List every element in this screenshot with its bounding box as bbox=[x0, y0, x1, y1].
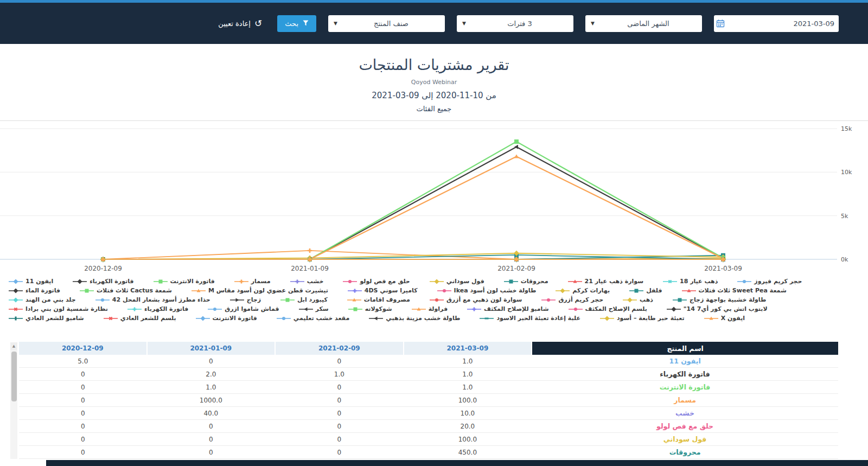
legend-marker-icon bbox=[192, 288, 206, 294]
table-header-date[interactable]: 2021-02-09 bbox=[275, 342, 404, 355]
legend-marker-icon bbox=[467, 306, 481, 312]
table-header-date[interactable]: 2021-01-09 bbox=[147, 342, 276, 355]
legend-item-label: سوارة ذهب عيار 21 bbox=[585, 278, 644, 285]
table-cell-product-name[interactable]: مسمار bbox=[532, 394, 838, 407]
table-cell-product-name[interactable]: ايفون 11 bbox=[532, 355, 838, 368]
legend-marker-icon bbox=[290, 278, 304, 285]
legend-item[interactable]: لابتوب اتش بي كور أي7 14" bbox=[667, 305, 768, 312]
legend-item[interactable]: خشب bbox=[290, 278, 324, 285]
legend-item[interactable]: محروقات bbox=[504, 278, 548, 285]
date-input[interactable]: 2021-03-09 bbox=[714, 15, 839, 32]
legend-marker-icon bbox=[343, 278, 357, 285]
legend-item[interactable]: حجر كريم أزرق bbox=[541, 296, 603, 303]
legend-item-label: فاتورة الكهرباء bbox=[144, 305, 188, 312]
reset-button[interactable]: ↺ إعادة تعيين bbox=[215, 18, 265, 29]
legend-item[interactable]: ايفون X bbox=[704, 315, 745, 322]
table-cell-product-name[interactable]: فاتورة الانترنت bbox=[532, 381, 838, 394]
table-header-date[interactable]: 2020-12-09 bbox=[19, 342, 147, 355]
legend-item[interactable]: فلفل bbox=[629, 287, 662, 294]
legend-item[interactable]: بلسم للشعر العادي bbox=[104, 315, 176, 322]
legend-item[interactable]: شمعة Sweet Pea ثلاث فتلات bbox=[682, 287, 787, 294]
legend-item-label: فاتورة الماء bbox=[25, 287, 60, 294]
table-cell-value: 0 bbox=[19, 433, 147, 446]
legend-item[interactable]: بهارات كركم bbox=[556, 287, 610, 294]
legend-item-label: ذهب عيار 18 bbox=[680, 278, 718, 285]
table-cell-value: 1.0 bbox=[404, 355, 532, 368]
legend-item[interactable]: ايفون 11 bbox=[9, 278, 53, 285]
legend-item[interactable]: تعبئة حبر طابعة – أسود bbox=[600, 315, 685, 322]
table-cell-product-name[interactable]: محروقات bbox=[532, 446, 838, 459]
table-cell-product-name[interactable]: حلق مع فص لولو bbox=[532, 420, 838, 433]
table-cell-value: 0 bbox=[147, 355, 276, 368]
legend-item[interactable]: فراولة bbox=[412, 305, 448, 312]
table-cell-product-name[interactable]: خشب bbox=[532, 407, 838, 420]
legend-marker-icon bbox=[154, 278, 168, 285]
legend-item[interactable]: حلق مع فص لولو bbox=[343, 278, 410, 285]
legend-item[interactable]: فول سوداني bbox=[430, 278, 484, 285]
legend-item[interactable]: سوارة لون ذهبي مع أزرق bbox=[430, 296, 522, 303]
legend-item[interactable]: فاتورة الكهرباء bbox=[127, 305, 188, 312]
table-cell-value: 450.0 bbox=[404, 446, 532, 459]
table-row: 00020.0حلق مع فص لولو bbox=[19, 420, 838, 433]
table-cell-value: 10.0 bbox=[404, 407, 532, 420]
legend-item[interactable]: تيشيرت قطن عضوي لون أسود مقاس M bbox=[192, 287, 328, 294]
legend-item[interactable]: ذهب bbox=[623, 296, 653, 303]
legend-item[interactable]: مسمار bbox=[234, 278, 271, 285]
legend-item-label: فاتورة الانترنت bbox=[213, 315, 257, 322]
legend-marker-icon bbox=[663, 278, 677, 285]
legend-item[interactable]: طاولة خشب مزينة بذهبي bbox=[369, 315, 460, 322]
line-chart: 0k5k10k15k2020-12-092021-01-092021-02-09… bbox=[0, 120, 868, 275]
legend-item[interactable]: شمعة Cactus ثلاث فتلات bbox=[80, 287, 172, 294]
legend-item[interactable]: شامبو للإصلاح المكثف bbox=[467, 305, 548, 312]
date-value[interactable]: 2021-03-09 bbox=[730, 20, 839, 28]
table-cell-value: 100.0 bbox=[404, 433, 532, 446]
legend-marker-icon bbox=[208, 306, 222, 312]
footer-bar bbox=[46, 460, 868, 466]
legend-item[interactable]: بلسم الإصلاح المكثف bbox=[569, 305, 647, 312]
legend-item-label: ايفون X bbox=[721, 315, 745, 322]
table-cell-product-name[interactable]: فاتورة الكهرباء bbox=[532, 368, 838, 381]
legend-item[interactable]: نظارة شمسية لون بني برادا bbox=[9, 305, 108, 312]
table-cell-product-name[interactable]: فول سوداني bbox=[532, 433, 838, 446]
legend-item[interactable]: مصروف اقامات bbox=[347, 296, 410, 303]
legend-item[interactable]: كيبورد ابل bbox=[280, 296, 328, 303]
legend-marker-icon bbox=[480, 315, 494, 322]
legend-item[interactable]: ذهب عيار 18 bbox=[663, 278, 718, 285]
legend-marker-icon bbox=[629, 288, 643, 294]
legend-item[interactable]: زجاج bbox=[230, 296, 261, 303]
search-button[interactable]: بحث bbox=[277, 15, 316, 32]
scrollbar-thumb[interactable] bbox=[11, 352, 17, 401]
legend-item[interactable]: شامبو للشعر العادي bbox=[9, 315, 84, 322]
legend-item[interactable]: سوارة ذهب عيار 21 bbox=[568, 278, 644, 285]
table-header-date[interactable]: 2021-03-09 bbox=[404, 342, 532, 355]
legend-item[interactable]: شوكولاته bbox=[348, 305, 392, 312]
legend-marker-icon bbox=[9, 297, 23, 303]
periods-dropdown[interactable]: 3 فترات ▼ bbox=[457, 15, 573, 32]
legend-item[interactable]: فاتورة الماء bbox=[9, 287, 60, 294]
table-cell-value: 0 bbox=[19, 394, 147, 407]
legend-item[interactable]: فاتورة الانترنت bbox=[196, 315, 257, 322]
legend-item[interactable]: علبة إعادة تعبئة الحبر الاسود bbox=[480, 315, 580, 322]
legend-item-label: طاولة خشب لون أسود Ikea bbox=[454, 287, 537, 294]
table-cell-value: 0 bbox=[275, 394, 404, 407]
legend-item[interactable]: حذاء مطرز أسود بشعار المحل 42 bbox=[95, 296, 210, 303]
legend-item[interactable]: طاولة خشب لون أسود Ikea bbox=[437, 287, 537, 294]
legend-item[interactable]: قماش شاموا ازرق bbox=[208, 305, 279, 312]
last-month-dropdown[interactable]: الشهر الماضى ▼ bbox=[585, 15, 702, 32]
legend-item[interactable]: مقعد خشب تعليمي bbox=[277, 315, 350, 322]
legend-item[interactable]: طاولة خشبية بواجهة زجاج bbox=[673, 296, 766, 303]
legend-item-label: كاميرا سوني 4DS bbox=[365, 287, 418, 294]
legend-item-label: لابتوب اتش بي كور أي7 14" bbox=[684, 305, 768, 312]
scroll-up-icon[interactable]: ▲ bbox=[10, 342, 17, 350]
legend-item[interactable]: جلد بني من الهند bbox=[9, 296, 76, 303]
product-category-dropdown[interactable]: صنف المنتج ▼ bbox=[328, 15, 445, 32]
table-header-product-name[interactable]: اسم المنتج bbox=[532, 342, 838, 355]
table-cell-value: 20.0 bbox=[404, 420, 532, 433]
legend-item[interactable]: فاتورة الكهرباء bbox=[73, 278, 133, 285]
calendar-icon[interactable] bbox=[714, 19, 730, 28]
legend-item[interactable]: سكر bbox=[299, 305, 329, 312]
legend-item[interactable]: حجر كريم فيروز bbox=[737, 278, 802, 285]
legend-item[interactable]: كاميرا سوني 4DS bbox=[348, 287, 418, 294]
legend-item[interactable]: فاتورة الانترنت bbox=[154, 278, 215, 285]
table-scrollbar[interactable]: ▲ bbox=[10, 342, 17, 459]
